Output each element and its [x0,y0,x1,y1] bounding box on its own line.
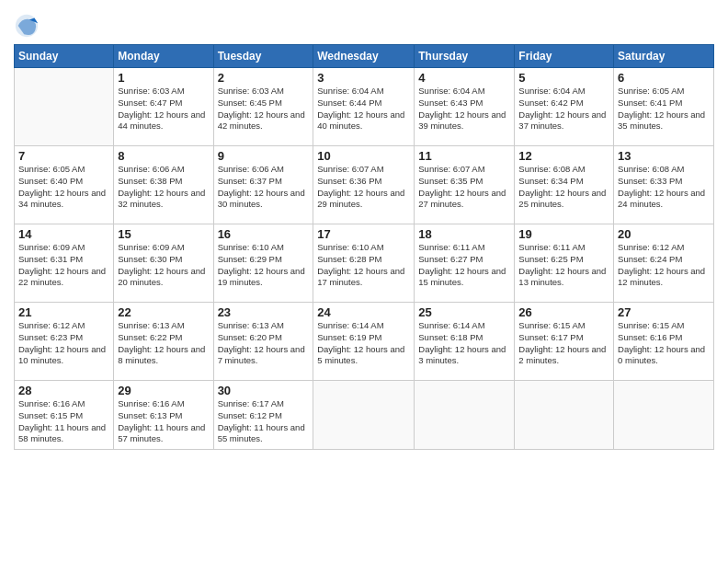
day-number: 28 [18,384,109,397]
day-detail: Sunrise: 6:04 AMSunset: 6:44 PMDaylight:… [317,86,410,132]
day-detail: Sunrise: 6:13 AMSunset: 6:20 PMDaylight:… [218,320,310,367]
calendar-day-cell: 17Sunrise: 6:10 AMSunset: 6:28 PMDayligh… [313,224,415,303]
day-number: 21 [18,305,109,319]
header [14,9,714,39]
weekday-header: Friday [515,45,614,68]
day-number: 14 [18,227,109,241]
day-number: 27 [618,305,710,319]
calendar-day-cell: 1Sunrise: 6:03 AMSunset: 6:47 PMDaylight… [114,68,213,146]
day-detail: Sunrise: 6:16 AMSunset: 6:13 PMDaylight:… [118,398,209,445]
day-detail: Sunrise: 6:04 AMSunset: 6:42 PMDaylight:… [518,86,609,132]
calendar-week-row: 21Sunrise: 6:12 AMSunset: 6:23 PMDayligh… [15,303,714,381]
weekday-header: Sunday [15,45,114,68]
calendar-week-row: 14Sunrise: 6:09 AMSunset: 6:31 PMDayligh… [15,224,714,303]
calendar-day-cell: 23Sunrise: 6:13 AMSunset: 6:20 PMDayligh… [213,303,313,381]
calendar-day-cell: 5Sunrise: 6:04 AMSunset: 6:42 PMDaylight… [515,68,614,146]
calendar-day-cell [515,381,614,450]
day-number: 29 [118,384,209,397]
day-number: 16 [218,227,310,241]
day-detail: Sunrise: 6:06 AMSunset: 6:38 PMDaylight:… [118,164,209,211]
calendar-day-cell: 21Sunrise: 6:12 AMSunset: 6:23 PMDayligh… [15,303,114,381]
day-number: 15 [118,227,209,241]
day-number: 9 [218,149,310,163]
calendar-day-cell: 19Sunrise: 6:11 AMSunset: 6:25 PMDayligh… [515,224,614,303]
weekday-header: Thursday [415,45,515,68]
calendar-day-cell: 9Sunrise: 6:06 AMSunset: 6:37 PMDaylight… [213,146,313,224]
day-number: 11 [418,149,510,163]
weekday-header: Monday [114,45,213,68]
day-detail: Sunrise: 6:10 AMSunset: 6:28 PMDaylight:… [317,242,410,289]
day-detail: Sunrise: 6:14 AMSunset: 6:19 PMDaylight:… [317,320,410,367]
calendar-day-cell: 2Sunrise: 6:03 AMSunset: 6:45 PMDaylight… [213,68,313,146]
calendar-week-row: 1Sunrise: 6:03 AMSunset: 6:47 PMDaylight… [15,68,714,146]
calendar-day-cell: 28Sunrise: 6:16 AMSunset: 6:15 PMDayligh… [15,381,114,450]
calendar-day-cell: 14Sunrise: 6:09 AMSunset: 6:31 PMDayligh… [15,224,114,303]
calendar-day-cell: 18Sunrise: 6:11 AMSunset: 6:27 PMDayligh… [415,224,515,303]
day-detail: Sunrise: 6:08 AMSunset: 6:34 PMDaylight:… [518,164,609,211]
day-number: 20 [618,227,710,241]
calendar-day-cell: 4Sunrise: 6:04 AMSunset: 6:43 PMDaylight… [415,68,515,146]
calendar-day-cell: 15Sunrise: 6:09 AMSunset: 6:30 PMDayligh… [114,224,213,303]
day-detail: Sunrise: 6:08 AMSunset: 6:33 PMDaylight:… [618,164,710,211]
calendar-day-cell: 20Sunrise: 6:12 AMSunset: 6:24 PMDayligh… [614,224,714,303]
day-number: 6 [618,71,710,85]
day-detail: Sunrise: 6:06 AMSunset: 6:37 PMDaylight:… [218,164,310,211]
day-number: 3 [317,71,410,85]
calendar-day-cell: 7Sunrise: 6:05 AMSunset: 6:40 PMDaylight… [15,146,114,224]
calendar-day-cell: 24Sunrise: 6:14 AMSunset: 6:19 PMDayligh… [313,303,415,381]
logo [14,13,41,39]
day-detail: Sunrise: 6:15 AMSunset: 6:16 PMDaylight:… [618,320,710,367]
calendar-day-cell: 26Sunrise: 6:15 AMSunset: 6:17 PMDayligh… [515,303,614,381]
calendar-day-cell: 3Sunrise: 6:04 AMSunset: 6:44 PMDaylight… [313,68,415,146]
calendar-header-row: SundayMondayTuesdayWednesdayThursdayFrid… [15,45,714,68]
day-number: 26 [518,305,609,319]
day-detail: Sunrise: 6:12 AMSunset: 6:23 PMDaylight:… [18,320,109,367]
day-number: 2 [218,71,310,85]
calendar-day-cell: 12Sunrise: 6:08 AMSunset: 6:34 PMDayligh… [515,146,614,224]
day-detail: Sunrise: 6:16 AMSunset: 6:15 PMDaylight:… [18,398,109,445]
calendar-day-cell: 6Sunrise: 6:05 AMSunset: 6:41 PMDaylight… [614,68,714,146]
day-detail: Sunrise: 6:15 AMSunset: 6:17 PMDaylight:… [518,320,609,367]
calendar-table: SundayMondayTuesdayWednesdayThursdayFrid… [14,44,714,450]
day-detail: Sunrise: 6:17 AMSunset: 6:12 PMDaylight:… [218,398,310,445]
day-detail: Sunrise: 6:03 AMSunset: 6:45 PMDaylight:… [218,86,310,132]
weekday-header: Saturday [614,45,714,68]
logo-icon [14,13,40,39]
day-detail: Sunrise: 6:05 AMSunset: 6:40 PMDaylight:… [18,164,109,211]
day-number: 23 [218,305,310,319]
calendar-week-row: 7Sunrise: 6:05 AMSunset: 6:40 PMDaylight… [15,146,714,224]
day-number: 7 [18,149,109,163]
day-detail: Sunrise: 6:05 AMSunset: 6:41 PMDaylight:… [618,86,710,132]
calendar-day-cell: 25Sunrise: 6:14 AMSunset: 6:18 PMDayligh… [415,303,515,381]
day-number: 10 [317,149,410,163]
day-detail: Sunrise: 6:09 AMSunset: 6:31 PMDaylight:… [18,242,109,289]
day-number: 5 [518,71,609,85]
day-detail: Sunrise: 6:09 AMSunset: 6:30 PMDaylight:… [118,242,209,289]
calendar-day-cell: 8Sunrise: 6:06 AMSunset: 6:38 PMDaylight… [114,146,213,224]
calendar-day-cell [614,381,714,450]
day-number: 25 [418,305,510,319]
calendar-day-cell [415,381,515,450]
day-number: 19 [518,227,609,241]
day-detail: Sunrise: 6:07 AMSunset: 6:35 PMDaylight:… [418,164,510,211]
day-number: 24 [317,305,410,319]
calendar-week-row: 28Sunrise: 6:16 AMSunset: 6:15 PMDayligh… [15,381,714,450]
day-number: 30 [218,384,310,397]
calendar-day-cell: 27Sunrise: 6:15 AMSunset: 6:16 PMDayligh… [614,303,714,381]
calendar-day-cell: 16Sunrise: 6:10 AMSunset: 6:29 PMDayligh… [213,224,313,303]
calendar-day-cell: 30Sunrise: 6:17 AMSunset: 6:12 PMDayligh… [213,381,313,450]
day-detail: Sunrise: 6:11 AMSunset: 6:27 PMDaylight:… [418,242,510,289]
weekday-header: Tuesday [213,45,313,68]
day-number: 13 [618,149,710,163]
calendar-day-cell [313,381,415,450]
calendar-day-cell: 29Sunrise: 6:16 AMSunset: 6:13 PMDayligh… [114,381,213,450]
calendar-day-cell: 22Sunrise: 6:13 AMSunset: 6:22 PMDayligh… [114,303,213,381]
day-detail: Sunrise: 6:04 AMSunset: 6:43 PMDaylight:… [418,86,510,132]
day-detail: Sunrise: 6:14 AMSunset: 6:18 PMDaylight:… [418,320,510,367]
day-detail: Sunrise: 6:10 AMSunset: 6:29 PMDaylight:… [218,242,310,289]
calendar-day-cell: 13Sunrise: 6:08 AMSunset: 6:33 PMDayligh… [614,146,714,224]
calendar-day-cell [15,68,114,146]
calendar-day-cell: 10Sunrise: 6:07 AMSunset: 6:36 PMDayligh… [313,146,415,224]
calendar-day-cell: 11Sunrise: 6:07 AMSunset: 6:35 PMDayligh… [415,146,515,224]
day-number: 18 [418,227,510,241]
